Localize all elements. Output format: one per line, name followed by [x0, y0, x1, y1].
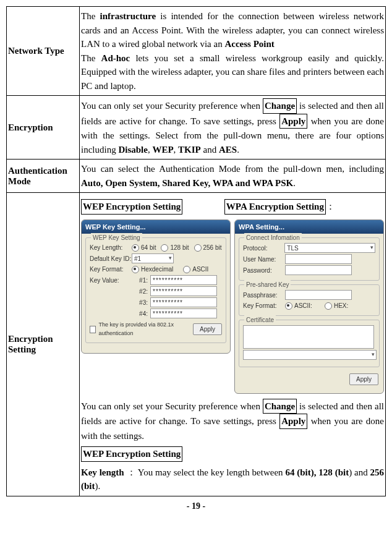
wep-dialog-title: WEP Key Setting... [82, 220, 230, 234]
wpa-radio-ascii[interactable] [285, 302, 292, 310]
wpa-pass-label: Password: [243, 266, 285, 275]
wpa-dialog: WPA Setting... Connect Infomation Protoc… [234, 219, 384, 394]
8021x-checkbox[interactable] [90, 326, 96, 333]
wep-title-box-2: WEP Encryption Setting [81, 446, 182, 462]
key1-input[interactable]: ********** [150, 275, 217, 285]
row-desc-enc-setting: WEP Encryption Setting WPA Encryption Se… [80, 193, 386, 496]
wep-title-box: WEP Encryption Setting [81, 199, 182, 215]
apply-box: Apply [279, 114, 307, 129]
wpa-protocol-label: Protocol: [243, 244, 284, 253]
wpa-group3-title: Certificate [244, 315, 276, 325]
page-number: - 19 - [6, 501, 386, 511]
row-desc-encryption: You can only set your Security preferenc… [80, 96, 386, 160]
wep-key-length-label: Key Length: [90, 243, 132, 252]
password-input[interactable] [285, 265, 352, 275]
row-desc-auth-mode: You can select the Authentication Mode f… [80, 160, 386, 193]
default-key-select[interactable]: #1 [132, 253, 174, 263]
wep-default-key-label: Default Key ID: [90, 254, 132, 263]
row-label-encryption: Encryption [7, 96, 80, 160]
wpa-title-box: WPA Encryption Setting [224, 199, 326, 215]
protocol-select[interactable]: TLS [284, 243, 375, 253]
wep-key-format-label: Key Format: [90, 265, 132, 274]
username-input[interactable] [285, 254, 352, 264]
wpa-group2-title: Pre-shared Key [244, 280, 291, 289]
passphrase-input[interactable] [285, 290, 352, 300]
key4-input[interactable]: ********** [150, 309, 217, 318]
key3-input[interactable]: ********** [150, 297, 217, 307]
8021x-label: The key is provided via 802.1x authentic… [98, 321, 193, 338]
radio-64bit[interactable] [132, 244, 139, 252]
wep-apply-button[interactable]: Apply [193, 323, 222, 335]
wep-key-value-label: Key Value: [90, 276, 132, 285]
change-box: Change [263, 98, 297, 114]
radio-256bit[interactable] [194, 244, 202, 252]
key2-input[interactable]: ********** [150, 286, 217, 296]
row-label-network-type: Network Type [7, 7, 80, 96]
row-label-enc-setting: Encryption Setting [7, 193, 80, 496]
certificate-select[interactable] [243, 350, 377, 360]
certificate-box[interactable] [243, 325, 374, 349]
wpa-passphrase-label: Passphrase: [243, 291, 285, 300]
wep-dialog: WEP Key Setting... WEP Key Setting Key L… [81, 219, 231, 354]
change-box-2: Change [263, 399, 297, 414]
wep-group-title: WEP Key Setting [91, 233, 142, 242]
wpa-group1-title: Connect Infomation [244, 233, 302, 242]
radio-ascii[interactable] [183, 266, 190, 273]
row-label-auth-mode: Authentication Mode [7, 160, 80, 193]
wpa-radio-hex[interactable] [325, 302, 332, 310]
settings-table: Network Type The infrastructure is inten… [6, 6, 386, 496]
wpa-dialog-title: WPA Setting... [235, 220, 383, 234]
wpa-key-format-label: Key Format: [243, 301, 285, 310]
apply-box-2: Apply [279, 414, 307, 429]
wpa-user-label: User Name: [243, 255, 285, 264]
radio-hex[interactable] [132, 266, 139, 273]
radio-128bit[interactable] [161, 244, 168, 252]
wpa-apply-button[interactable]: Apply [349, 373, 378, 385]
row-desc-network-type: The infrastructure is intended for the c… [80, 7, 386, 96]
